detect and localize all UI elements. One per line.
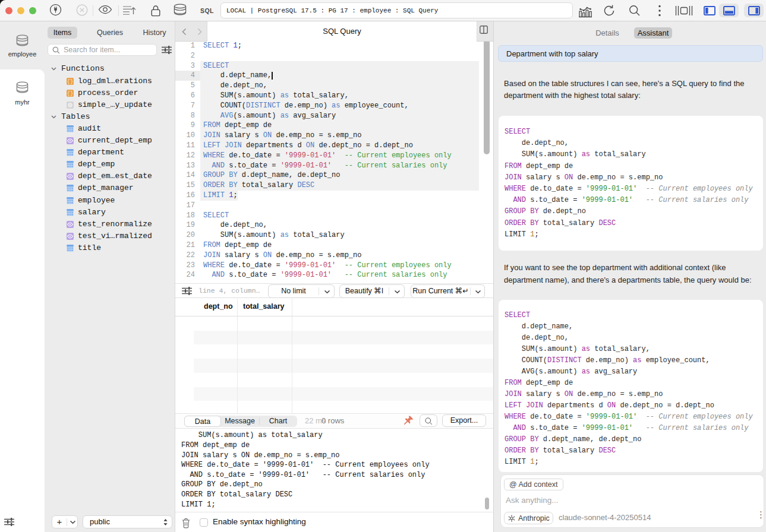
svg-text:{}: {} [67,91,74,97]
svg-text:{}: {} [67,79,74,85]
